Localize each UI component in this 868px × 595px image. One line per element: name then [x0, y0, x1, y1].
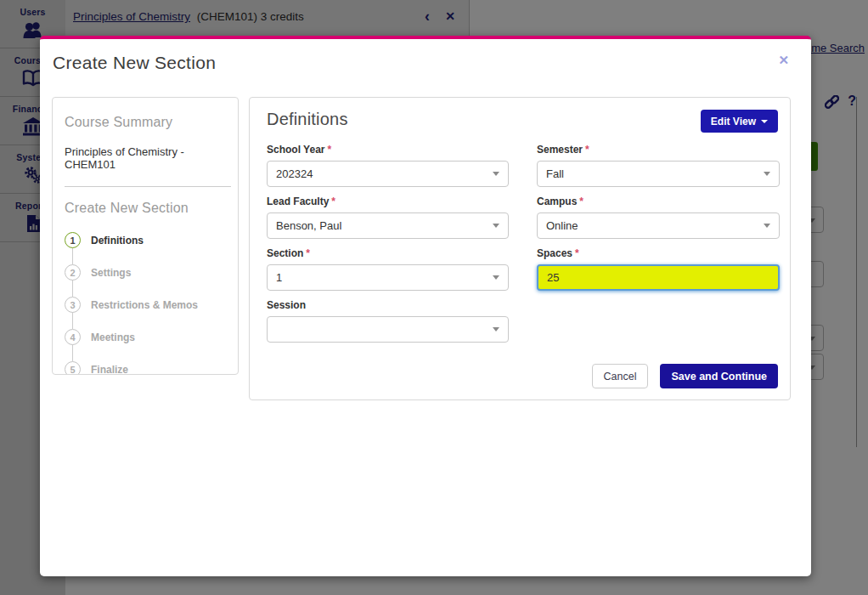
session-select[interactable]: [267, 316, 509, 343]
wizard-step-definitions[interactable]: 1 Definitions: [65, 224, 231, 257]
field-label: Lead Faculty*: [267, 196, 509, 207]
field-label-text: Semester: [537, 144, 583, 156]
select-value: Online: [546, 219, 578, 232]
semester-select[interactable]: Fall: [537, 161, 780, 187]
school-year-select[interactable]: 202324: [267, 161, 509, 187]
wizard-step-settings[interactable]: 2 Settings: [65, 257, 231, 289]
section-select[interactable]: 1: [267, 264, 509, 291]
cancel-button[interactable]: Cancel: [592, 364, 649, 388]
field-label-text: Spaces: [537, 247, 572, 259]
chevron-down-icon: [761, 120, 768, 123]
create-section-modal: Create New Section ✕ Course Summary Prin…: [40, 36, 811, 576]
chevron-down-icon: [493, 172, 499, 176]
field-label: Section*: [267, 247, 509, 259]
lead-faculty-select[interactable]: Benson, Paul: [267, 212, 509, 239]
field-lead-faculty: Lead Faculty* Benson, Paul: [267, 196, 509, 239]
step-number: 3: [65, 297, 81, 313]
step-label: Meetings: [91, 332, 135, 343]
step-label: Settings: [91, 267, 131, 279]
step-number: 5: [65, 361, 81, 375]
step-number: 1: [65, 232, 81, 248]
wizard-step-finalize[interactable]: 5 Finalize: [65, 354, 231, 375]
form-header: Definitions Edit View: [250, 98, 790, 133]
field-section: Section* 1: [267, 247, 509, 291]
field-label-text: School Year: [267, 144, 324, 156]
field-semester: Semester* Fall: [537, 144, 780, 187]
select-value: 1: [276, 271, 282, 284]
required-asterisk: *: [331, 196, 335, 207]
edit-view-label: Edit View: [711, 116, 756, 128]
step-label: Restrictions & Memos: [91, 299, 198, 311]
field-label: Spaces*: [537, 247, 780, 259]
chevron-down-icon: [493, 275, 499, 280]
select-value: Benson, Paul: [276, 219, 341, 232]
chevron-down-icon: [493, 327, 499, 332]
select-value: Fall: [546, 167, 564, 180]
field-label: Session: [267, 299, 509, 311]
modal-close-icon[interactable]: ✕: [778, 53, 789, 68]
required-asterisk: *: [579, 196, 583, 207]
required-asterisk: *: [585, 144, 589, 156]
campus-select[interactable]: Online: [537, 212, 780, 239]
spaces-input[interactable]: [537, 264, 780, 291]
divider: [65, 186, 231, 187]
required-asterisk: *: [327, 144, 331, 156]
modal-title: Create New Section: [53, 53, 216, 73]
required-asterisk: *: [306, 247, 310, 259]
course-summary-heading: Course Summary: [65, 115, 231, 130]
form-heading: Definitions: [267, 110, 348, 129]
field-label: School Year*: [267, 144, 509, 156]
edit-view-button[interactable]: Edit View: [701, 110, 778, 133]
chevron-down-icon: [493, 224, 499, 228]
field-label-text: Session: [267, 299, 306, 311]
wizard-heading: Create New Section: [65, 201, 231, 216]
field-spaces: Spaces*: [537, 247, 780, 291]
chevron-down-icon: [764, 172, 770, 176]
field-session: Session: [267, 299, 509, 343]
course-summary-card: Course Summary Principles of Chemistry -…: [52, 97, 239, 375]
field-label: Semester*: [537, 144, 780, 156]
step-label: Finalize: [91, 364, 128, 376]
wizard-step-meetings[interactable]: 4 Meetings: [65, 321, 231, 354]
wizard-steps: 1 Definitions 2 Settings 3 Restrictions …: [65, 224, 231, 375]
course-summary-value: Principles of Chemistry - CHEM101: [65, 145, 231, 171]
field-label: Campus*: [537, 196, 780, 207]
save-continue-button[interactable]: Save and Continue: [660, 364, 778, 388]
screen: Users Courses Financial: [0, 0, 868, 595]
step-number: 2: [65, 264, 81, 280]
step-label: Definitions: [91, 235, 144, 246]
form-footer: Cancel Save and Continue: [592, 364, 778, 388]
field-school-year: School Year* 202324: [267, 144, 509, 187]
chevron-down-icon: [764, 224, 770, 228]
definitions-form: School Year* 202324 Semester* Fall Lead …: [250, 144, 790, 343]
wizard-step-restrictions-memos[interactable]: 3 Restrictions & Memos: [65, 289, 231, 321]
select-value: 202324: [276, 167, 313, 180]
field-label-text: Lead Faculty: [267, 196, 329, 207]
field-label-text: Campus: [537, 196, 577, 207]
field-campus: Campus* Online: [537, 196, 780, 239]
step-number: 4: [65, 329, 81, 345]
field-label-text: Section: [267, 247, 303, 259]
required-asterisk: *: [575, 247, 579, 259]
definitions-panel: Definitions Edit View School Year* 20232…: [249, 97, 791, 400]
